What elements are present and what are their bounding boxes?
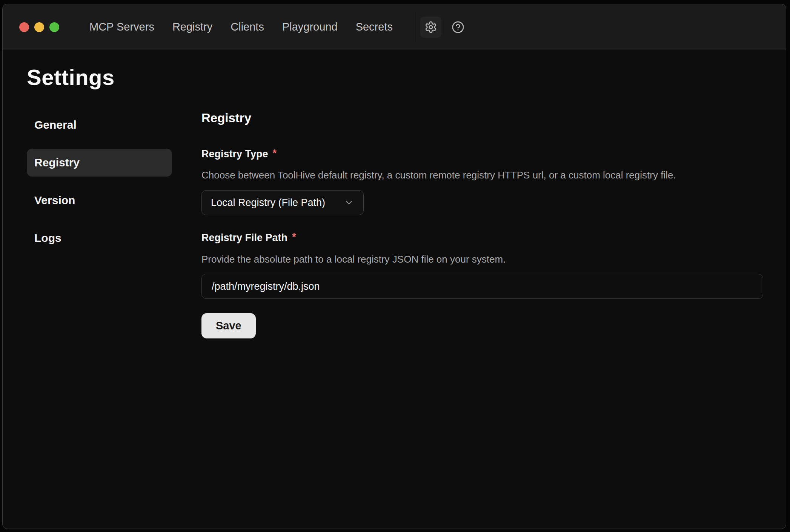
- window-controls: [19, 22, 59, 32]
- minimize-window-button[interactable]: [34, 22, 44, 32]
- sidebar-item-general[interactable]: General: [27, 111, 172, 139]
- registry-type-select[interactable]: Local Registry (File Path): [201, 190, 364, 215]
- settings-gear-icon: [424, 21, 437, 34]
- chevron-down-icon: [337, 197, 354, 208]
- file-path-label: Registry File Path: [201, 232, 287, 244]
- help-button[interactable]: [447, 17, 469, 38]
- help-icon: [452, 21, 464, 34]
- section-heading: Registry: [201, 111, 763, 125]
- nav-item-secrets[interactable]: Secrets: [356, 22, 393, 32]
- main-nav: MCP Servers Registry Clients Playground …: [89, 22, 393, 32]
- registry-settings-panel: Registry Registry Type * Choose between …: [201, 111, 763, 338]
- file-path-input[interactable]: [201, 274, 763, 299]
- settings-button[interactable]: [420, 17, 441, 38]
- required-asterisk: *: [292, 232, 296, 243]
- nav-item-playground[interactable]: Playground: [282, 22, 338, 32]
- required-asterisk: *: [273, 148, 277, 159]
- app-window: MCP Servers Registry Clients Playground …: [2, 4, 786, 529]
- nav-item-clients[interactable]: Clients: [231, 22, 264, 32]
- sidebar-item-version[interactable]: Version: [27, 186, 172, 214]
- settings-sidebar: General Registry Version Logs: [27, 111, 172, 252]
- sidebar-item-logs[interactable]: Logs: [27, 224, 172, 252]
- title-bar: MCP Servers Registry Clients Playground …: [3, 4, 786, 50]
- topbar-divider: [414, 12, 414, 43]
- nav-item-mcp-servers[interactable]: MCP Servers: [89, 22, 154, 32]
- page-title: Settings: [27, 65, 763, 90]
- registry-type-label: Registry Type: [201, 148, 268, 160]
- close-window-button[interactable]: [19, 22, 29, 32]
- registry-type-selected-value: Local Registry (File Path): [211, 197, 325, 209]
- settings-page: Settings General Registry Version Logs R…: [3, 50, 786, 529]
- file-path-label-row: Registry File Path *: [201, 232, 763, 244]
- sidebar-item-registry[interactable]: Registry: [27, 149, 172, 177]
- zoom-window-button[interactable]: [49, 22, 59, 32]
- registry-type-label-row: Registry Type *: [201, 148, 763, 160]
- nav-item-registry[interactable]: Registry: [172, 22, 212, 32]
- registry-type-description: Choose between ToolHive default registry…: [201, 169, 763, 182]
- save-button[interactable]: Save: [201, 313, 256, 338]
- file-path-description: Provide the absolute path to a local reg…: [201, 253, 763, 266]
